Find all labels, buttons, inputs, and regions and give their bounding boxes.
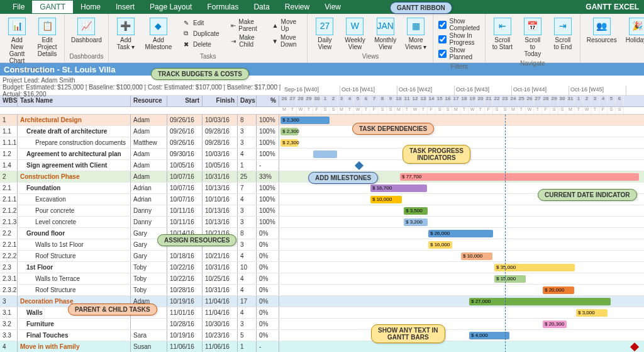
gantt-bar[interactable]: $ 16,700 [370, 185, 427, 192]
col-name[interactable]: Task Name [18, 96, 131, 106]
tab-data[interactable]: Data [246, 1, 277, 13]
gantt-bar[interactable]: $ 10,000 [370, 196, 402, 203]
dashboard-icon: 📈 [77, 18, 95, 35]
dashboard-button[interactable]: 📈Dashboard [69, 16, 104, 52]
more-views-button[interactable]: ▦More Views ▾ [402, 16, 430, 52]
tab-home[interactable]: Home [73, 1, 108, 13]
task-row[interactable]: 1.1Create draft of architectureAdam09/26… [0, 126, 644, 137]
tab-formulas[interactable]: Formulas [199, 1, 246, 13]
gantt-bar[interactable]: $ 20,000 [543, 287, 574, 294]
monthly-view-button[interactable]: JANMonthly View [372, 16, 398, 52]
gantt-bar[interactable]: $ 10,000 [461, 253, 492, 260]
holidays-button[interactable]: 🎉Holidays [623, 16, 644, 52]
gantt-bar[interactable]: $ 77,700 [400, 173, 639, 181]
weekly-view-button[interactable]: WWeekly View [341, 16, 368, 52]
callout-milestones: ADD MILESTONES [308, 172, 378, 184]
pencil-icon: ✎ [182, 18, 191, 27]
gantt-bar[interactable] [313, 150, 337, 158]
down-icon: ▼ [272, 37, 278, 45]
callout-bar-text: SHOW ANY TEXT IN GANTT BARS [371, 324, 445, 343]
gantt-bar[interactable]: $ 27,000 [469, 298, 611, 305]
col-resource[interactable]: Resource [131, 96, 167, 106]
task-row[interactable]: 3.3Final TouchesSara10/19/1610/23/1650%$… [0, 330, 644, 341]
edit-chart-icon: 📋 [38, 18, 56, 35]
add-gantt-button[interactable]: 📊Add New Gantt Chart [4, 16, 30, 65]
make-child-button[interactable]: ⇥Make Child [228, 33, 263, 48]
task-row[interactable]: 2.1.2Pour concreteDanny10/11/1610/13/163… [0, 205, 644, 217]
task-row[interactable]: 2.31st FloorToby10/22/1610/31/16100%$ 35… [0, 262, 644, 273]
gantt-cell: $ 27,000 [280, 296, 644, 307]
duplicate-button[interactable]: ⧉Duplicate [179, 28, 222, 38]
milestone-marker[interactable] [630, 343, 639, 351]
col-finish[interactable]: Finish [203, 96, 238, 106]
task-row[interactable]: 1.2Agreement to architectural planAdam09… [0, 149, 644, 160]
ribbon: 📊Add New Gantt Chart 📋Edit Project Detai… [0, 14, 644, 63]
task-row[interactable]: 2.2.1Walls to 1st FloorGary30%$ 16,000 [0, 239, 644, 251]
col-start[interactable]: Start [167, 96, 203, 106]
gantt-cell: $ 2,300 [280, 115, 644, 125]
today-icon: 📅 [524, 18, 541, 35]
task-row[interactable]: 2.1.3Level concreteDanny10/11/1610/13/16… [0, 217, 644, 228]
tab-insert[interactable]: Insert [108, 1, 142, 13]
gantt-cell: $ 4,000 [280, 330, 644, 341]
tab-gantt[interactable]: GANTT [32, 1, 73, 13]
milestone-marker[interactable] [355, 161, 364, 170]
gantt-bar[interactable]: $ 2,300 [280, 116, 330, 124]
task-row[interactable]: 2.2Ground floorGary10/14/1610/21/1680%$ … [0, 228, 644, 239]
indent-icon: ⇥ [231, 37, 237, 45]
task-row[interactable]: 4Move in with FamilySusan11/06/1611/06/1… [0, 341, 644, 352]
scroll-today-button[interactable]: 📅Scroll to Today [519, 16, 546, 59]
col-wbs[interactable]: WBS [0, 96, 18, 106]
col-days[interactable]: Days [238, 96, 257, 106]
show-planned-checkbox[interactable]: Show Planned [438, 47, 479, 60]
gantt-bar[interactable]: $ 20,300 [543, 321, 567, 328]
plus-icon: ➕ [117, 18, 135, 35]
people-icon: 👥 [593, 18, 611, 35]
gantt-bar[interactable]: $ 3,000 [576, 309, 608, 317]
add-task-button[interactable]: ➕Add Task ▾ [113, 16, 139, 52]
up-icon: ▲ [272, 21, 278, 30]
edit-task-button[interactable]: ✎Edit [179, 18, 222, 28]
gantt-bar[interactable]: $ 26,000 [428, 230, 493, 237]
task-row[interactable]: 3.2Furniture10/28/1610/30/1630%$ 20,300 [0, 319, 644, 330]
task-row[interactable]: 2.2.2Roof StructureGary10/18/1610/21/164… [0, 251, 644, 262]
holiday-icon: 🎉 [629, 18, 644, 35]
callout-parent-child: PARENT & CHILD TASKS [68, 304, 157, 315]
col-pct[interactable]: % [257, 96, 279, 106]
task-row[interactable]: 1Architectural DesignAdam09/26/1610/03/1… [0, 115, 644, 126]
app-title: GANTT EXCEL [586, 3, 639, 11]
tab-file[interactable]: File [5, 1, 32, 13]
make-parent-button[interactable]: ⇤Make Parent [228, 18, 263, 33]
move-down-button[interactable]: ▼Move Down [269, 33, 302, 48]
tab-page-layout[interactable]: Page Layout [142, 1, 199, 13]
gantt-cell: $ 3,500 [280, 205, 644, 216]
edit-project-button[interactable]: 📋Edit Project Details [34, 16, 60, 65]
delete-button[interactable]: ✖Delete [179, 39, 222, 49]
title-bar: FileGANTTHomeInsertPage LayoutFormulasDa… [0, 0, 644, 14]
gantt-bar[interactable]: $ 16,000 [428, 241, 452, 249]
task-row[interactable]: 2.3.2Roof StructureToby10/28/1610/31/164… [0, 285, 644, 296]
gantt-bar[interactable]: $ 3,500 [404, 207, 428, 215]
daily-view-button[interactable]: 27Daily View [311, 16, 338, 52]
scroll-start-button[interactable]: ⇤Scroll to Start [489, 16, 516, 59]
gantt-cell: $ 20,300 [280, 319, 644, 329]
task-row[interactable]: 2.3.1Walls to TerraceToby10/22/1610/25/1… [0, 273, 644, 285]
scroll-end-button[interactable]: ⇥Scroll to End [550, 16, 576, 59]
milestone-icon: ◆ [150, 18, 167, 35]
callout-ribbon: GANTT RIBBON [390, 2, 452, 14]
tab-review[interactable]: Review [277, 1, 317, 13]
gantt-bar[interactable]: $ 15,000 [494, 275, 526, 283]
gantt-bar[interactable]: $ 35,000 [494, 264, 575, 271]
task-row[interactable]: 1.1.1Prepare construction documentsMatth… [0, 137, 644, 149]
gantt-bar[interactable]: $ 2,300 [280, 139, 298, 147]
gantt-bar[interactable]: $ 2,300 [280, 128, 298, 135]
resources-button[interactable]: 👥Resources [584, 16, 619, 52]
task-row[interactable]: 1.4Sign agreement with ClientAdam10/05/1… [0, 160, 644, 171]
gantt-bar[interactable]: $ 3,200 [404, 219, 428, 226]
show-completed-checkbox[interactable]: Show Completed [438, 18, 479, 31]
show-inprogress-checkbox[interactable]: Show In Progress [438, 32, 479, 46]
add-milestone-button[interactable]: ◆Add Milestone [143, 16, 174, 52]
move-up-button[interactable]: ▲Move Up [269, 18, 302, 33]
tab-view[interactable]: View [317, 1, 348, 13]
gantt-bar[interactable]: $ 4,000 [469, 332, 509, 339]
